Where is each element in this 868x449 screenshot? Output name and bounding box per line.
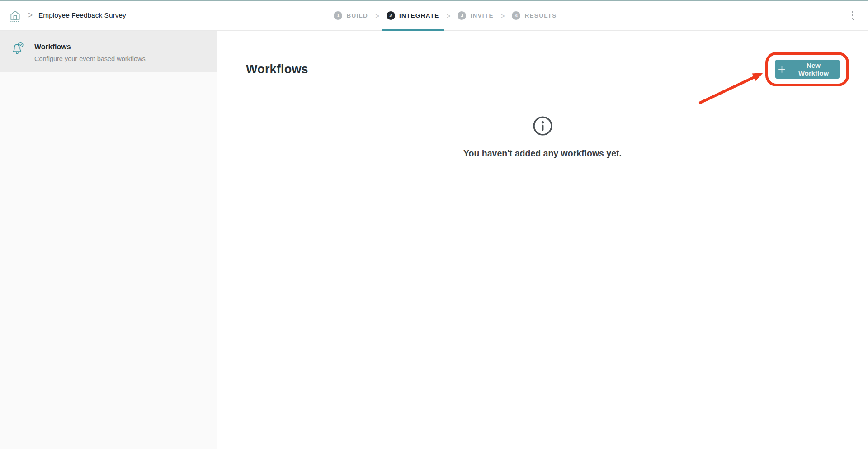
stepper-chevron-icon: >	[375, 11, 379, 20]
step-build-label: BUILD	[346, 12, 368, 19]
main-content: Workflows New Workflow	[217, 31, 868, 449]
step-invite-number: 3	[458, 11, 466, 20]
step-invite[interactable]: 3 INVITE	[458, 0, 493, 31]
stepper-chevron-icon: >	[447, 11, 451, 20]
top-accent-bar	[0, 0, 868, 1]
plus-icon	[778, 66, 786, 73]
step-integrate-number: 2	[387, 11, 395, 20]
step-integrate[interactable]: 2 INTEGRATE	[387, 0, 439, 31]
top-bar: > Employee Feedback Survey 1 BUILD > 2 I…	[0, 0, 868, 31]
red-highlight-rectangle: New Workflow	[765, 52, 849, 86]
page-title: Workflows	[246, 62, 308, 76]
step-results-number: 4	[512, 11, 520, 20]
new-workflow-button-label: New Workflow	[791, 61, 837, 77]
new-workflow-button[interactable]: New Workflow	[775, 60, 840, 79]
page-header-row: Workflows New Workflow	[246, 52, 849, 86]
step-build[interactable]: 1 BUILD	[334, 0, 368, 31]
workflow-bell-check-icon	[10, 41, 24, 62]
step-results[interactable]: 4 RESULTS	[512, 0, 557, 31]
empty-state-message: You haven't added any workflows yet.	[217, 148, 868, 159]
step-integrate-label: INTEGRATE	[399, 12, 439, 19]
sidebar-item-workflows[interactable]: Workflows Configure your event based wor…	[0, 31, 217, 72]
step-build-number: 1	[334, 11, 342, 20]
step-invite-label: INVITE	[470, 12, 493, 19]
survey-stepper: 1 BUILD > 2 INTEGRATE > 3 INVITE > 4 RES…	[11, 0, 868, 31]
sidebar-item-subtitle: Configure your event based workflows	[34, 55, 146, 62]
kebab-menu-icon[interactable]	[850, 9, 856, 22]
info-icon	[533, 116, 553, 138]
step-results-label: RESULTS	[524, 12, 557, 19]
sidebar: Workflows Configure your event based wor…	[0, 31, 217, 449]
app-window: > Employee Feedback Survey 1 BUILD > 2 I…	[0, 0, 868, 449]
empty-state: You haven't added any workflows yet.	[217, 116, 868, 159]
stepper-chevron-icon: >	[501, 11, 505, 20]
sidebar-item-title: Workflows	[34, 43, 146, 51]
